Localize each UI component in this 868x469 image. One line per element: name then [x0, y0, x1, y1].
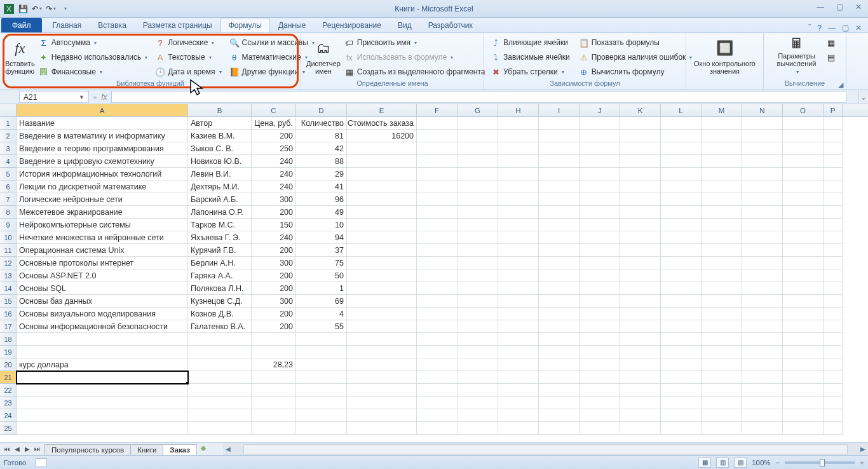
cell[interactable]: Основы визуального моделирования [17, 308, 188, 320]
cell[interactable] [783, 269, 824, 282]
cell[interactable] [539, 371, 580, 384]
cell[interactable] [498, 397, 539, 409]
cell[interactable]: 69 [296, 295, 347, 308]
remove-arrows-button[interactable]: ✖Убрать стрелки [488, 65, 573, 79]
datetime-button[interactable]: 🕒Дата и время [153, 65, 224, 79]
row-header[interactable]: 23 [0, 397, 17, 409]
save-icon[interactable]: 💾 [18, 4, 28, 14]
cell[interactable] [824, 371, 843, 384]
cell[interactable] [661, 397, 702, 409]
row-header[interactable]: 5 [0, 168, 17, 180]
cell[interactable] [498, 130, 539, 142]
cell[interactable] [580, 282, 620, 295]
cell[interactable] [17, 333, 188, 346]
cell[interactable] [347, 397, 417, 409]
cell[interactable] [783, 422, 824, 435]
cell[interactable] [539, 244, 580, 257]
cell[interactable]: 49 [296, 206, 347, 219]
cell[interactable] [661, 142, 702, 155]
cell[interactable]: 250 [252, 142, 296, 155]
cell[interactable] [824, 269, 843, 282]
name-box-dropdown-icon[interactable]: ▼ [79, 94, 85, 100]
cell[interactable] [458, 231, 498, 244]
zoom-level[interactable]: 100% [752, 459, 770, 466]
cell[interactable] [824, 308, 843, 320]
cell[interactable] [417, 257, 458, 269]
cell[interactable] [539, 295, 580, 308]
cell[interactable] [347, 168, 417, 180]
cell[interactable]: Название [17, 117, 188, 130]
cell[interactable] [661, 282, 702, 295]
cell[interactable]: 200 [252, 130, 296, 142]
create-from-selection-button[interactable]: ▦Создать из выделенного фрагмента [342, 65, 488, 79]
row-header[interactable]: 22 [0, 384, 17, 397]
sheet-nav-0[interactable]: ⏮ [3, 445, 11, 452]
cell[interactable]: 240 [252, 168, 296, 180]
cell[interactable]: Полякова Л.Н. [188, 282, 252, 295]
cell[interactable] [498, 320, 539, 333]
cell[interactable]: 50 [296, 269, 347, 282]
cell[interactable] [417, 358, 458, 371]
cell[interactable] [783, 193, 824, 206]
cell[interactable] [347, 244, 417, 257]
cancel-formula-icon[interactable]: ● [93, 93, 97, 102]
sheet-nav-3[interactable]: ⏭ [33, 445, 42, 452]
expand-formula-bar-icon[interactable]: ⌄ [858, 90, 868, 104]
cell[interactable] [702, 206, 742, 219]
cell[interactable] [539, 168, 580, 180]
cell[interactable] [417, 168, 458, 180]
cell[interactable] [417, 180, 458, 193]
cell[interactable]: Основы информационной безопасности [17, 320, 188, 333]
cell[interactable] [458, 358, 498, 371]
cell[interactable] [661, 269, 702, 282]
cell[interactable] [702, 244, 742, 257]
cell[interactable] [539, 358, 580, 371]
cell[interactable] [417, 295, 458, 308]
cell[interactable] [661, 358, 702, 371]
insert-function-button[interactable]: fx Вставить функцию [4, 36, 36, 78]
cell[interactable] [498, 282, 539, 295]
window-restore-icon[interactable]: ▢ [842, 24, 849, 32]
cell[interactable] [347, 269, 417, 282]
cell[interactable] [742, 422, 783, 435]
cell[interactable] [539, 384, 580, 397]
cell[interactable] [347, 206, 417, 219]
cell[interactable] [498, 295, 539, 308]
cell[interactable] [702, 409, 742, 422]
cell[interactable] [702, 346, 742, 358]
cell[interactable]: 1 [296, 282, 347, 295]
sheet-tab-Книги[interactable]: Книги [130, 444, 163, 455]
cell[interactable] [620, 295, 661, 308]
sheet-tab-Популярность курсов[interactable]: Популярность курсов [44, 444, 131, 455]
cell[interactable]: Нейрокомпьютерные системы [17, 219, 188, 231]
zoom-out-button[interactable]: − [776, 459, 780, 466]
cell[interactable]: Введение в цифровую схемотехнику [17, 155, 188, 168]
cell[interactable]: Основы ASP.NET 2.0 [17, 269, 188, 282]
cell[interactable] [458, 333, 498, 346]
cell[interactable]: 10 [296, 219, 347, 231]
cell[interactable] [580, 269, 620, 282]
name-manager-button[interactable]: 🗂 Диспетчер имен [305, 36, 342, 78]
column-header-P[interactable]: P [824, 104, 843, 116]
restore-button[interactable]: ▢ [834, 3, 845, 11]
cell[interactable] [661, 130, 702, 142]
cell[interactable]: Кузнецов С.Д. [188, 295, 252, 308]
cell[interactable] [824, 320, 843, 333]
recently-used-button[interactable]: ✦Недавно использовались [36, 50, 151, 64]
cell[interactable] [620, 409, 661, 422]
cell[interactable] [702, 333, 742, 346]
cell[interactable] [296, 422, 347, 435]
cell[interactable] [580, 346, 620, 358]
cell[interactable] [620, 333, 661, 346]
column-header-K[interactable]: K [620, 104, 661, 116]
cell[interactable] [252, 409, 296, 422]
cell[interactable] [702, 295, 742, 308]
cell[interactable] [539, 333, 580, 346]
cell[interactable] [539, 130, 580, 142]
cell[interactable] [620, 346, 661, 358]
cell[interactable]: 42 [296, 142, 347, 155]
cell[interactable] [742, 397, 783, 409]
zoom-slider[interactable] [785, 461, 855, 464]
cell[interactable] [783, 206, 824, 219]
cell[interactable] [539, 397, 580, 409]
